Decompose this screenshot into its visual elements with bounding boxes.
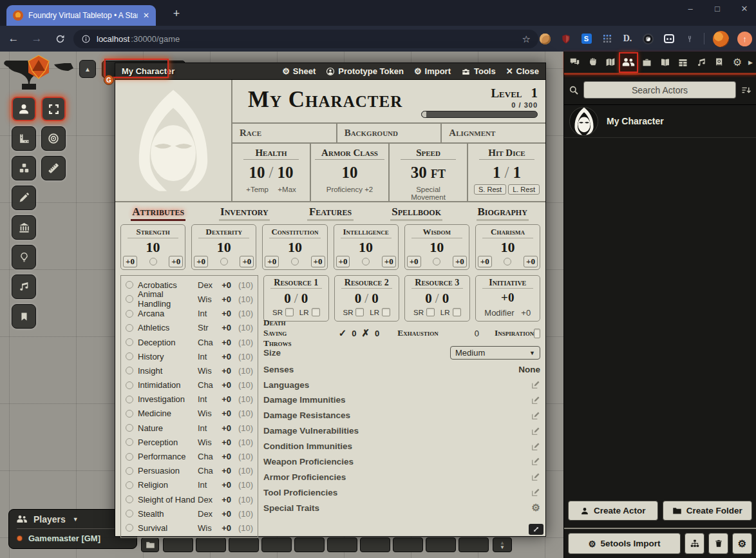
skill-row[interactable]: IntimidationCha+0(10) — [126, 378, 253, 392]
sort-filter-icon[interactable] — [741, 85, 751, 95]
skill-row[interactable]: HistoryInt+0(10) — [126, 349, 253, 363]
search-actors-input[interactable] — [583, 81, 736, 99]
death-success-count[interactable]: 0 — [352, 329, 356, 338]
folder-tree-button[interactable] — [685, 533, 704, 554]
game-canvas[interactable]: ▲ Players ▼ Gamemaster [GM] ▲ ▼ — [0, 52, 756, 558]
address-bar[interactable]: localhost:30000/game ☆ — [73, 30, 538, 48]
edit-pencil-icon[interactable] — [531, 396, 540, 405]
max-hp-field[interactable]: +Max — [278, 186, 296, 193]
ability-score[interactable]: 10 — [336, 240, 396, 255]
skill-proficiency-radio[interactable] — [126, 410, 133, 418]
profile-avatar[interactable] — [713, 31, 729, 47]
proficiency-radio[interactable] — [149, 258, 157, 265]
skill-row[interactable]: SurvivalWis+0(10) — [126, 521, 253, 535]
lr-checkbox[interactable] — [453, 308, 461, 316]
ability-constitution[interactable]: Constitution10+0+0 — [262, 224, 327, 270]
ability-save[interactable]: +0 — [194, 256, 208, 267]
browser-update-button[interactable]: ↑ — [737, 32, 752, 46]
lr-checkbox[interactable] — [312, 308, 320, 316]
macro-slot[interactable] — [294, 537, 325, 552]
proficiency-radio[interactable] — [504, 258, 511, 265]
tab-biography[interactable]: Biography — [459, 206, 545, 221]
proficiency-radio[interactable] — [291, 258, 299, 265]
skill-proficiency-radio[interactable] — [126, 295, 133, 303]
skill-row[interactable]: PerceptionWis+0(10) — [126, 435, 253, 449]
walls-tool[interactable] — [12, 215, 36, 240]
death-failure-count[interactable]: 0 — [375, 329, 379, 338]
ublock-extension[interactable] — [560, 33, 572, 45]
lighting-tool[interactable] — [12, 245, 36, 269]
proficiency-radio[interactable] — [433, 258, 440, 265]
macro-slot[interactable] — [360, 537, 390, 552]
skill-row[interactable]: NatureInt+0(10) — [126, 421, 253, 435]
skill-proficiency-radio[interactable] — [126, 396, 133, 403]
back-button[interactable]: ← — [4, 32, 23, 45]
skill-proficiency-radio[interactable] — [126, 438, 133, 446]
short-rest-button[interactable]: S. Rest — [474, 184, 506, 195]
collapse-nav-button[interactable]: ▲ — [79, 60, 96, 78]
health-block[interactable]: Health 10/10 +Temp+Max — [232, 144, 310, 201]
select-tool[interactable] — [41, 97, 66, 121]
size-select[interactable]: Medium▼ — [450, 346, 540, 360]
ability-strength[interactable]: Strength10+0+0 — [120, 224, 185, 270]
macro-slot[interactable] — [426, 537, 456, 552]
close-button[interactable]: ✕Close — [506, 66, 539, 76]
background-field[interactable]: Background — [336, 124, 441, 142]
edit-pencil-icon[interactable] — [531, 427, 540, 436]
inspiration-checkbox[interactable] — [534, 329, 540, 338]
ability-save[interactable]: +0 — [478, 256, 492, 267]
ability-score[interactable]: 10 — [265, 240, 325, 255]
skill-row[interactable]: InvestigationInt+0(10) — [126, 392, 253, 407]
resource-value[interactable]: 0/0 — [338, 291, 396, 307]
ability-mod[interactable]: +0 — [169, 256, 183, 267]
sidebar-tab-combat[interactable] — [583, 53, 601, 72]
ability-dexterity[interactable]: Dexterity10+0+0 — [191, 224, 256, 270]
edit-pencil-icon[interactable] — [531, 442, 540, 451]
skill-proficiency-radio[interactable] — [126, 381, 133, 389]
edit-pencil-icon[interactable] — [531, 488, 540, 497]
create-folder-button[interactable]: Create Folder — [663, 501, 753, 521]
tab-features[interactable]: Features — [287, 206, 373, 221]
sidebar-tab-scenes[interactable] — [601, 53, 619, 72]
sidebar-tab-items[interactable] — [638, 53, 656, 72]
ability-wisdom[interactable]: Wisdom10+0+0 — [404, 224, 469, 270]
sidebar-tab-tables[interactable] — [674, 53, 692, 72]
sr-checkbox[interactable] — [355, 308, 364, 316]
initiative-block[interactable]: Initiative +0 Modifier +0 — [475, 275, 541, 322]
ability-mod[interactable]: +0 — [453, 256, 467, 267]
import-button[interactable]: ⚙Import — [414, 66, 451, 76]
macro-slot[interactable] — [196, 537, 226, 552]
d-extension[interactable]: D. — [621, 33, 634, 45]
browser-tab[interactable]: Foundry Virtual Tabletop • A Stan ✕ — [6, 5, 156, 26]
players-collapse-caret[interactable]: ▼ — [73, 516, 79, 523]
temp-hp-field[interactable]: +Temp — [246, 186, 269, 193]
initiative-value[interactable]: +0 — [479, 291, 537, 305]
proficiency-radio[interactable] — [220, 258, 228, 265]
exhaustion-value[interactable]: 0 — [475, 329, 479, 338]
skill-row[interactable]: Sleight of HandDex+0(10) — [126, 492, 253, 506]
target-tool[interactable] — [41, 126, 66, 151]
grid-extension[interactable] — [601, 33, 613, 45]
xp-text[interactable]: 0 / 300 — [421, 101, 538, 109]
death-success-icon[interactable]: ✓ — [339, 327, 347, 339]
ability-mod[interactable]: +0 — [240, 256, 254, 267]
sr-checkbox[interactable] — [285, 308, 294, 316]
skill-row[interactable]: StealthDex+0(10) — [126, 506, 253, 521]
window-close-button[interactable]: ✕ — [738, 4, 751, 14]
players-header[interactable]: Players ▼ — [17, 514, 129, 529]
sidebar-tab-journal[interactable] — [656, 53, 674, 72]
skill-proficiency-radio[interactable] — [126, 324, 133, 332]
ability-charisma[interactable]: Charisma10+0+0 — [475, 224, 540, 270]
ability-save[interactable]: +0 — [407, 256, 421, 267]
skill-proficiency-radio[interactable] — [126, 453, 133, 461]
tools-button[interactable]: Tools — [461, 66, 496, 76]
resource-3[interactable]: Resource 30/0SR LR — [404, 275, 470, 322]
ability-save[interactable]: +0 — [123, 256, 137, 267]
bookmark-star-icon[interactable]: ☆ — [522, 34, 531, 45]
measure-tool[interactable] — [12, 126, 36, 151]
sr-checkbox[interactable] — [426, 308, 435, 316]
skill-proficiency-radio[interactable] — [126, 352, 133, 360]
edit-pencil-icon[interactable] — [531, 457, 540, 466]
ability-mod[interactable]: +0 — [524, 256, 538, 267]
window-resize-handle[interactable] — [529, 524, 543, 535]
